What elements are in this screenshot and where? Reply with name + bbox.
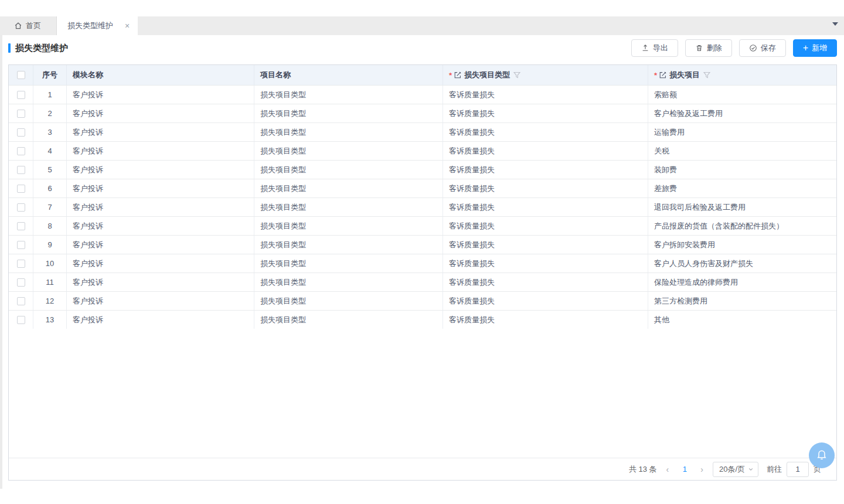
cell-loss-item: 关税 — [648, 142, 836, 160]
save-button[interactable]: 保存 — [739, 39, 786, 57]
bell-icon — [815, 449, 828, 462]
notification-bell-button[interactable] — [809, 442, 835, 468]
export-button[interactable]: 导出 — [631, 39, 678, 57]
tab-close-icon[interactable]: × — [125, 22, 130, 30]
tab-home-label: 首页 — [26, 21, 41, 31]
tab-bar: 首页 损失类型维护 × — [0, 16, 844, 35]
header-loss-type-label: 损失项目类型 — [464, 70, 510, 80]
cell-loss-type: 客诉质量损失 — [443, 179, 648, 197]
cell-project: 损失项目类型 — [254, 292, 443, 310]
cell-module: 客户投诉 — [67, 161, 254, 179]
row-checkbox[interactable] — [17, 128, 25, 137]
row-checkbox[interactable] — [17, 110, 25, 118]
row-checkbox[interactable] — [17, 91, 25, 99]
next-page-icon[interactable]: › — [699, 465, 705, 474]
table-row[interactable]: 13 客户投诉 损失项目类型 客诉质量损失 其他 — [9, 310, 836, 329]
row-select-cell — [9, 311, 33, 329]
header-loss-type: * 损失项目类型 — [443, 65, 648, 85]
cell-module: 客户投诉 — [67, 311, 254, 329]
cell-loss-item: 差旅费 — [648, 179, 836, 197]
goto-label: 前往 — [767, 464, 782, 475]
export-label: 导出 — [653, 43, 668, 53]
cell-loss-type: 客诉质量损失 — [443, 273, 648, 291]
cell-index: 3 — [33, 123, 67, 141]
table-row[interactable]: 12 客户投诉 损失项目类型 客诉质量损失 第三方检测费用 — [9, 291, 836, 310]
cell-module: 客户投诉 — [67, 273, 254, 291]
row-checkbox[interactable] — [17, 278, 25, 287]
header-select-all-cell — [9, 65, 33, 85]
trash-icon — [695, 44, 703, 52]
cell-loss-type: 客诉质量损失 — [443, 292, 648, 310]
cell-project: 损失项目类型 — [254, 311, 443, 329]
cell-loss-item: 运输费用 — [648, 123, 836, 141]
goto-page-input[interactable] — [787, 462, 809, 477]
row-checkbox[interactable] — [17, 241, 25, 249]
tab-home[interactable]: 首页 — [0, 16, 57, 35]
row-select-cell — [9, 179, 33, 197]
page-number-1[interactable]: 1 — [678, 465, 691, 474]
page-size-value: 20条/页 — [719, 464, 745, 475]
prev-page-icon[interactable]: ‹ — [665, 465, 671, 474]
cell-loss-item: 客户检验及返工费用 — [648, 104, 836, 122]
tab-loss-type-maintenance[interactable]: 损失类型维护 × — [57, 16, 138, 35]
required-mark: * — [449, 71, 452, 80]
row-checkbox[interactable] — [17, 222, 25, 230]
cell-loss-type: 客诉质量损失 — [443, 217, 648, 235]
table-row[interactable]: 7 客户投诉 损失项目类型 客诉质量损失 退回我司后检验及返工费用 — [9, 197, 836, 216]
cell-loss-item: 保险处理造成的律师费用 — [648, 273, 836, 291]
chevron-down-icon — [748, 467, 753, 472]
row-select-cell — [9, 86, 33, 104]
delete-button[interactable]: 删除 — [685, 39, 732, 57]
table-row[interactable]: 4 客户投诉 损失项目类型 客诉质量损失 关税 — [9, 141, 836, 160]
row-select-cell — [9, 217, 33, 235]
cell-module: 客户投诉 — [67, 179, 254, 197]
filter-funnel-icon[interactable] — [513, 71, 520, 79]
table-row[interactable]: 8 客户投诉 损失项目类型 客诉质量损失 产品报废的货值（含装配的配件损失） — [9, 216, 836, 235]
cell-loss-type: 客诉质量损失 — [443, 161, 648, 179]
cell-index: 2 — [33, 104, 67, 122]
home-icon — [14, 22, 22, 30]
cell-project: 损失项目类型 — [254, 254, 443, 273]
table-row[interactable]: 1 客户投诉 损失项目类型 客诉质量损失 索赔额 — [9, 85, 836, 104]
row-select-cell — [9, 273, 33, 291]
table-row[interactable]: 2 客户投诉 损失项目类型 客诉质量损失 客户检验及返工费用 — [9, 104, 836, 122]
cell-module: 客户投诉 — [67, 104, 254, 122]
row-checkbox[interactable] — [17, 297, 25, 305]
cell-project: 损失项目类型 — [254, 142, 443, 160]
page-title-wrap: 损失类型维护 — [8, 43, 68, 54]
cell-project: 损失项目类型 — [254, 179, 443, 197]
cell-module: 客户投诉 — [67, 292, 254, 310]
table-row[interactable]: 10 客户投诉 损失项目类型 客诉质量损失 客户人员人身伤害及财产损失 — [9, 254, 836, 273]
add-button[interactable]: + 新增 — [793, 39, 837, 57]
cell-loss-item: 产品报废的货值（含装配的配件损失） — [648, 217, 836, 235]
page-header: 损失类型维护 导出 删除 保存 + — [8, 39, 837, 57]
cell-module: 客户投诉 — [67, 123, 254, 141]
cell-module: 客户投诉 — [67, 198, 254, 216]
row-checkbox[interactable] — [17, 203, 25, 212]
cell-module: 客户投诉 — [67, 86, 254, 104]
table-row[interactable]: 9 客户投诉 损失项目类型 客诉质量损失 客户拆卸安装费用 — [9, 235, 836, 254]
cell-loss-type: 客诉质量损失 — [443, 142, 648, 160]
title-accent-bar — [8, 43, 11, 53]
select-all-checkbox[interactable] — [17, 71, 25, 79]
row-checkbox[interactable] — [17, 260, 25, 268]
table-row[interactable]: 3 客户投诉 损失项目类型 客诉质量损失 运输费用 — [9, 122, 836, 141]
cell-module: 客户投诉 — [67, 236, 254, 254]
cell-loss-type: 客诉质量损失 — [443, 104, 648, 122]
row-checkbox[interactable] — [17, 316, 25, 324]
table-body: 1 客户投诉 损失项目类型 客诉质量损失 索赔额 2 客户投诉 损失项目类型 客… — [9, 85, 836, 329]
pagination-bar: 共 13 条 ‹ 1 › 20条/页 前往 页 — [9, 458, 836, 480]
table-row[interactable]: 6 客户投诉 损失项目类型 客诉质量损失 差旅费 — [9, 179, 836, 197]
tab-list-dropdown-icon[interactable] — [832, 22, 838, 26]
save-label: 保存 — [761, 43, 776, 53]
cell-module: 客户投诉 — [67, 254, 254, 273]
app-page: 首页 损失类型维护 × 损失类型维护 导出 删除 — [0, 0, 844, 504]
table-row[interactable]: 11 客户投诉 损失项目类型 客诉质量损失 保险处理造成的律师费用 — [9, 273, 836, 291]
page-size-select[interactable]: 20条/页 — [713, 462, 758, 477]
header-loss-item-label: 损失项目 — [669, 70, 700, 80]
table-row[interactable]: 5 客户投诉 损失项目类型 客诉质量损失 装卸费 — [9, 160, 836, 179]
filter-funnel-icon[interactable] — [703, 71, 710, 79]
row-checkbox[interactable] — [17, 185, 25, 193]
row-checkbox[interactable] — [17, 166, 25, 174]
row-checkbox[interactable] — [17, 147, 25, 155]
